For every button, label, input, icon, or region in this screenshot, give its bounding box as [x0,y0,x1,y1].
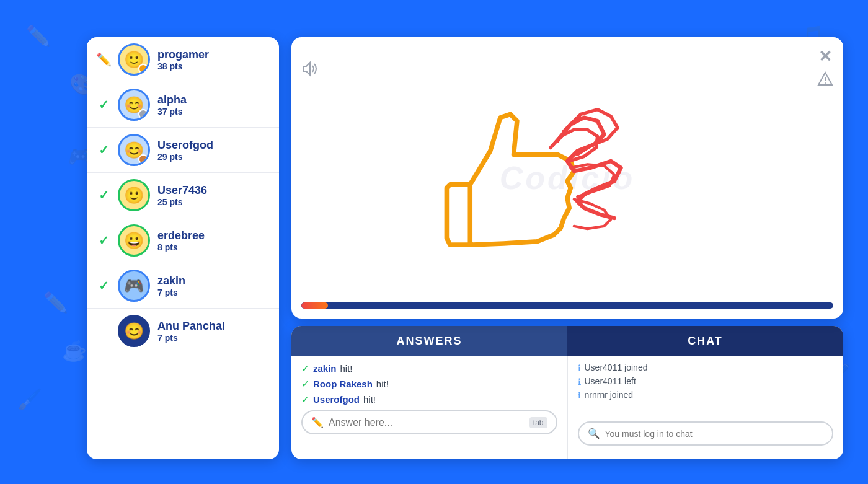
player-item: ✓ 🙂 User7436 25 pts [87,173,279,218]
search-icon: 🔍 [588,428,600,439]
info-icon: ℹ [578,363,581,373]
avatar: 😊 [118,89,150,121]
avatar: 😊 [118,134,150,166]
check-icon: ✓ [99,143,109,157]
chat-text: nrnrnr joined [585,390,634,400]
player-pts: 7 pts [157,333,225,343]
answer-name: Roop Rakesh [313,379,373,389]
correct-indicator: ✓ [97,188,110,203]
player-panel: ✏️ 🙂 progamer 38 pts ✓ 😊 [87,37,279,459]
pencil-icon: ✏️ [96,52,112,67]
player-item: ✓ 😊 alpha 37 pts [87,82,279,128]
player-item: ✓ 😀 erdebree 8 pts [87,218,279,263]
info-icon: ℹ [578,377,581,387]
answer-hit: hit! [376,379,389,389]
player-item: ✓ 😊 Userofgod 29 pts [87,128,279,173]
chat-input-wrapper: 🔍 [578,421,834,446]
chat-message: ℹ User4011 joined [578,363,834,373]
player-info: zakin 7 pts [157,275,185,297]
correct-indicator: ✓ [97,97,110,112]
player-pts: 25 pts [157,197,207,207]
player-name: Anu Panchal [157,320,225,333]
correct-indicator: ✓ [97,278,110,293]
player-name: progamer [157,48,209,61]
tabs-row: ANSWERS CHAT [291,326,843,356]
chat-text: User4011 left [585,376,636,386]
chat-column: ℹ User4011 joined ℹ User4011 left ℹ nrnr… [568,356,844,459]
answer-check-icon: ✓ [301,394,309,405]
answers-column: ✓ zakin hit! ✓ Roop Rakesh hit! ✓ Userof… [291,356,568,459]
player-item: 😊 Anu Panchal 7 pts [87,309,279,353]
answer-input-wrapper: ✏️ tab [301,410,557,434]
correct-indicator: ✓ [97,143,110,157]
bottom-panel: ANSWERS CHAT ✓ zakin hit! ✓ Roop Rakesh … [291,326,843,459]
badge-silver [138,109,148,119]
tab-chat[interactable]: CHAT [567,326,843,356]
answer-item: ✓ Userofgod hit! [301,394,557,405]
drawing-area: ✕ Codicio [291,37,843,319]
avatar: 🙂 [118,179,150,211]
badge-gold [138,64,148,74]
main-container: ✏️ 🙂 progamer 38 pts ✓ 😊 [0,0,868,484]
player-pts: 7 pts [157,288,185,297]
check-icon: ✓ [99,278,109,293]
player-pts: 37 pts [157,107,187,117]
player-pts: 38 pts [157,61,209,71]
player-info: alpha 37 pts [157,94,187,117]
progress-bar-container [301,302,833,309]
player-name: User7436 [157,184,207,197]
check-icon: ✓ [99,233,109,248]
answer-name: zakin [313,363,337,374]
info-icon: ℹ [578,390,581,400]
chat-text: User4011 joined [585,363,648,372]
player-pts: 8 pts [157,242,205,252]
avatar: 🎮 [118,270,150,302]
avatar: 😊 [118,315,150,347]
pencil-small-icon: ✏️ [311,416,324,428]
player-info: User7436 25 pts [157,184,207,207]
player-name: alpha [157,94,187,107]
player-info: progamer 38 pts [157,48,209,71]
player-name: Userofgod [157,139,213,152]
answer-hit: hit! [340,363,353,374]
player-pts: 29 pts [157,152,213,162]
tab-shortcut: tab [529,417,547,428]
player-name: zakin [157,275,185,288]
drawing-indicator: ✏️ [97,52,110,67]
answer-check-icon: ✓ [301,378,309,390]
chat-message: ℹ User4011 left [578,376,834,387]
answer-item: ✓ zakin hit! [301,363,557,374]
answer-input[interactable] [329,417,525,428]
badge-bronze [138,154,148,164]
answer-check-icon: ✓ [301,363,309,374]
answer-hit: hit! [363,394,376,405]
right-panel: ✕ Codicio [291,37,843,459]
player-list: ✏️ 🙂 progamer 38 pts ✓ 😊 [87,37,279,353]
tab-answers[interactable]: ANSWERS [291,326,567,356]
answer-item: ✓ Roop Rakesh hit! [301,378,557,390]
avatar: 😀 [118,224,150,257]
check-icon: ✓ [99,188,109,203]
player-name: erdebree [157,229,205,242]
player-item: ✏️ 🙂 progamer 38 pts [87,37,279,82]
answer-name: Userofgod [313,394,360,405]
player-info: Userofgod 29 pts [157,139,213,162]
correct-indicator: ✓ [97,233,110,248]
progress-bar-fill [301,302,328,309]
chat-input[interactable] [605,429,824,439]
player-info: Anu Panchal 7 pts [157,320,225,343]
check-icon: ✓ [99,97,109,112]
player-info: erdebree 8 pts [157,229,205,252]
drawing-canvas[interactable] [291,37,843,319]
tab-content-row: ✓ zakin hit! ✓ Roop Rakesh hit! ✓ Userof… [291,356,843,459]
chat-message: ℹ nrnrnr joined [578,390,834,400]
player-item: ✓ 🎮 zakin 7 pts [87,263,279,309]
avatar: 🙂 [118,43,150,76]
